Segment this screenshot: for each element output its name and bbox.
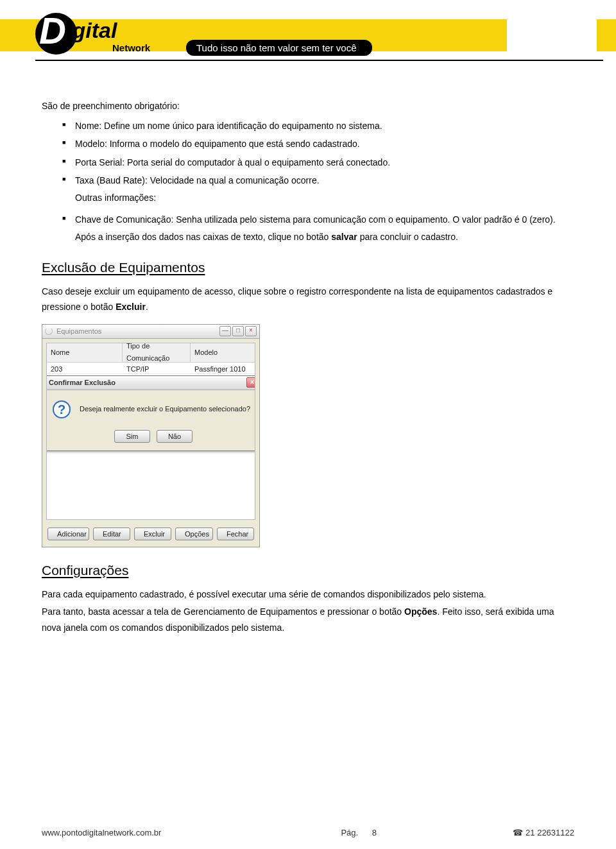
mandatory-fields-list: Nome: Define um nome único para identifi…	[42, 118, 574, 206]
page-number: 8	[372, 828, 377, 837]
delete-button[interactable]: Excluir	[134, 527, 171, 540]
window-titlebar[interactable]: Equipamentos — □ ×	[42, 325, 259, 339]
footer-url: www.pontodigitalnetwork.com.br	[42, 828, 161, 837]
dialog-titlebar[interactable]: Confirmar Exclusão ×	[46, 376, 255, 390]
other-info-list: Chave de Comunicação: Senha utilizada pe…	[42, 212, 574, 244]
logo-subword: Network	[112, 42, 150, 53]
equipamentos-window: Equipamentos — □ × Nome Tipo de Comunica…	[42, 324, 260, 547]
footer-phone: ☎ 21 22631122	[513, 828, 574, 837]
list-item: Porta Serial: Porta serial do computador…	[62, 155, 574, 171]
dialog-close-button[interactable]: ×	[246, 377, 255, 388]
other-info-label: Outras informações:	[75, 190, 574, 206]
dialog-yes-button[interactable]: Sim	[114, 430, 150, 443]
phone-icon: ☎	[513, 828, 523, 837]
table-row[interactable]: 203 TCP/IP Passfinger 1010	[47, 363, 255, 374]
exclusao-paragraph: Caso deseje excluir um equipamento de ac…	[42, 284, 574, 315]
page-content: São de preenchimento obrigatório: Nome: …	[0, 71, 616, 635]
spinner-icon	[45, 327, 53, 335]
slogan: Tudo isso não tem valor sem ter você	[186, 40, 372, 56]
header-divider	[35, 60, 603, 61]
question-icon: ?	[53, 400, 71, 418]
page-footer: www.pontodigitalnetwork.com.br Pág. 8 ☎ …	[0, 828, 616, 837]
section-exclusao-title: Exclusão de Equipamentos	[42, 256, 574, 280]
list-item: Taxa (Baud Rate): Velocidade na qual a c…	[62, 173, 574, 205]
close-window-button[interactable]: ×	[245, 326, 257, 336]
section-config-title: Configurações	[42, 559, 574, 583]
add-button[interactable]: Adicionar	[47, 527, 89, 540]
column-header-tipo[interactable]: Tipo de Comunicação	[123, 343, 191, 362]
list-item: Modelo: Informa o modelo do equipamento …	[62, 136, 574, 152]
page-label: Pág.	[341, 828, 358, 837]
edit-button[interactable]: Editar	[93, 527, 130, 540]
logo-word: igital	[66, 18, 117, 43]
minimize-button[interactable]: —	[219, 326, 231, 336]
options-button[interactable]: Opções	[175, 527, 213, 540]
window-title: Equipamentos	[56, 325, 101, 338]
column-header-nome[interactable]: Nome	[47, 343, 123, 362]
list-item: Nome: Define um nome único para identifi…	[62, 118, 574, 134]
confirm-dialog: Confirmar Exclusão × ? Deseja realmente …	[46, 375, 255, 451]
dialog-title: Confirmar Exclusão	[49, 377, 116, 389]
logo: D igital Network	[35, 13, 176, 58]
equipment-grid[interactable]: Nome Tipo de Comunicação Modelo 203 TCP/…	[46, 343, 255, 520]
after-insert-para: Após a inserção dos dados nas caixas de …	[75, 229, 574, 245]
page-header: D igital Network Tudo isso não tem valor…	[0, 0, 616, 71]
window-toolbar: Adicionar Editar Excluir Opções Fechar	[42, 524, 259, 547]
column-header-modelo[interactable]: Modelo	[191, 343, 255, 362]
maximize-button[interactable]: □	[232, 326, 244, 336]
intro-line: São de preenchimento obrigatório:	[42, 98, 574, 114]
config-paragraph-2: Para tanto, basta acessar a tela de Gere…	[42, 604, 574, 635]
grid-header-row: Nome Tipo de Comunicação Modelo	[47, 343, 255, 363]
list-item: Chave de Comunicação: Senha utilizada pe…	[62, 212, 574, 244]
dialog-no-button[interactable]: Não	[157, 430, 193, 443]
dialog-message: Deseja realmente excluir o Equipamento s…	[80, 400, 250, 415]
statue-silhouette	[507, 14, 597, 53]
config-paragraph-1: Para cada equipamento cadastrado, é poss…	[42, 587, 574, 603]
close-button[interactable]: Fechar	[217, 527, 254, 540]
